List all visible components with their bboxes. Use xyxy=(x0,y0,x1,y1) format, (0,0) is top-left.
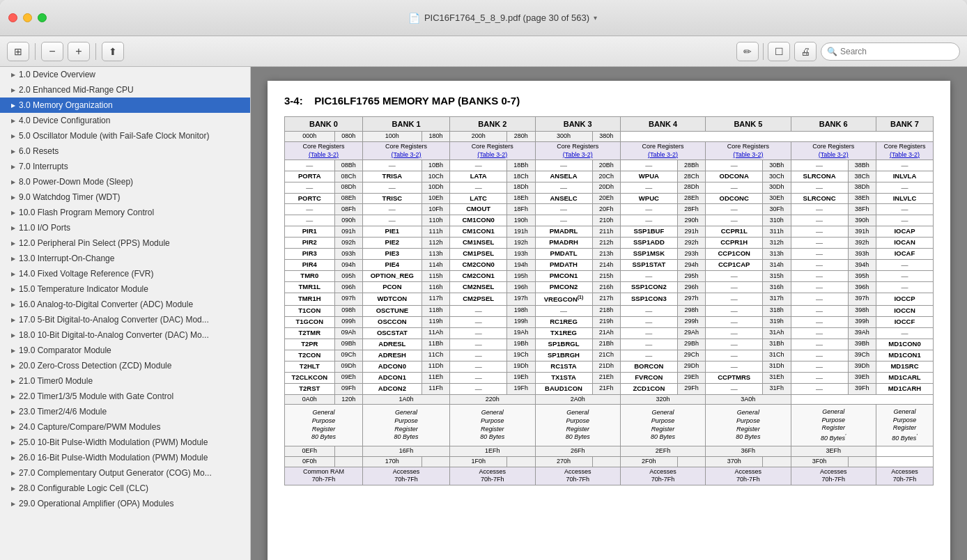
sidebar-item-23[interactable]: ▶ 23.0 Timer2/4/6 Module xyxy=(0,404,250,419)
pdf-page: 3-4: PIC16LF1765 MEMORY MAP (BANKS 0-7) xyxy=(268,81,950,560)
maximize-button[interactable] xyxy=(38,13,47,22)
sidebar-item-label: 12.0 Peripheral Pin Select (PPS) Module xyxy=(19,238,170,248)
table-row: — 08Bh — 10Bh — 18Bh — 20Bh — 28Bh — 30B… xyxy=(285,160,934,171)
sidebar-item-16[interactable]: ▶ 16.0 Analog-to-Digital Converter (ADC)… xyxy=(0,297,250,312)
sidebar-toggle-button[interactable]: ⊞ xyxy=(7,42,29,61)
sidebar-item-24[interactable]: ▶ 24.0 Capture/Compare/PWM Modules xyxy=(0,419,250,435)
sidebar-item-17[interactable]: ▶ 17.0 5-Bit Digital-to-Analog Converter… xyxy=(0,312,250,327)
sidebar-item-27[interactable]: ▶ 27.0 Complementary Output Generator (C… xyxy=(0,465,250,481)
sidebar-item-8[interactable]: ▶ 8.0 Power-Down Mode (Sleep) xyxy=(0,174,250,189)
search-input[interactable] xyxy=(840,47,954,56)
close-button[interactable] xyxy=(8,13,17,22)
sidebar-item-label: 23.0 Timer2/4/6 Module xyxy=(19,407,107,417)
bank3-header: BANK 3 xyxy=(535,117,620,132)
sidebar-item-22[interactable]: ▶ 22.0 Timer1/3/5 Module with Gate Contr… xyxy=(0,389,250,404)
sidebar-item-7[interactable]: ▶ 7.0 Interrupts xyxy=(0,159,250,174)
dropdown-arrow[interactable]: ▾ xyxy=(594,14,597,22)
sidebar-item-19[interactable]: ▶ 19.0 Comparator Module xyxy=(0,343,250,358)
sidebar-item-label: 8.0 Power-Down Mode (Sleep) xyxy=(19,177,133,187)
sidebar-item-3[interactable]: ▶ 3.0 Memory Organization xyxy=(0,98,250,113)
sidebar-item-13[interactable]: ▶ 13.0 Interrupt-On-Change xyxy=(0,251,250,266)
triangle-icon: ▶ xyxy=(11,210,15,216)
sidebar-item-10[interactable]: ▶ 10.0 Flash Program Memory Control xyxy=(0,205,250,220)
bank1-header: BANK 1 xyxy=(362,117,449,132)
sidebar-item-15[interactable]: ▶ 15.0 Temperature Indicator Module xyxy=(0,281,250,297)
triangle-icon: ▶ xyxy=(11,102,15,109)
sidebar-item-label: 24.0 Capture/Compare/PWM Modules xyxy=(19,422,160,432)
addr-cell: 200h xyxy=(450,132,507,142)
sidebar-item-25[interactable]: ▶ 25.0 10-Bit Pulse-Width Modulation (PW… xyxy=(0,435,250,450)
sidebar-icon: ⊞ xyxy=(14,46,22,57)
sidebar-item-label: 11.0 I/O Ports xyxy=(19,223,70,233)
sidebar-item-6[interactable]: ▶ 6.0 Resets xyxy=(0,143,250,159)
core-reg-cell: Core Registers(Table 3-2) xyxy=(450,141,535,160)
table-row: T1GCON 099h OSCCON 119h — 199h RC1REG 21… xyxy=(285,316,934,327)
sidebar-item-label: 16.0 Analog-to-Digital Converter (ADC) M… xyxy=(19,300,193,309)
annotate-button[interactable]: ✏ xyxy=(736,42,759,61)
table-row: Core Registers(Table 3-2) Core Registers… xyxy=(285,141,934,160)
sidebar-item-28[interactable]: ▶ 28.0 Configurable Logic Cell (CLC) xyxy=(0,481,250,496)
bookmark-button[interactable]: ☐ xyxy=(768,42,790,61)
titlebar: 📄 PIC16F1764_5_8_9.pdf (page 30 of 563) … xyxy=(0,0,967,36)
sidebar-item-14[interactable]: ▶ 14.0 Fixed Voltage Reference (FVR) xyxy=(0,266,250,281)
core-reg-cell: Core Registers(Table 3-2) xyxy=(285,141,363,160)
pdf-area[interactable]: 3-4: PIC16LF1765 MEMORY MAP (BANKS 0-7) xyxy=(251,67,967,560)
triangle-icon: ▶ xyxy=(11,455,15,461)
toolbar: ⊞ − + ⬆ ✏ ☐ 🖨 🔍 xyxy=(0,36,967,67)
main-area: ▶ 1.0 Device Overview ▶ 2.0 Enhanced Mid… xyxy=(0,67,967,560)
addr-cell: 380h xyxy=(592,132,620,142)
sidebar-item-label: 15.0 Temperature Indicator Module xyxy=(19,284,148,294)
sidebar-item-21[interactable]: ▶ 21.0 Timer0 Module xyxy=(0,373,250,389)
triangle-icon: ▶ xyxy=(11,164,15,170)
triangle-icon: ▶ xyxy=(11,133,15,139)
print-button[interactable]: 🖨 xyxy=(794,42,817,61)
table-row: PIR3 093h PIE3 113h CM1PSEL 193h PMDATL … xyxy=(285,249,934,260)
zoom-out-button[interactable]: − xyxy=(41,42,63,61)
sidebar-item-9[interactable]: ▶ 9.0 Watchdog Timer (WDT) xyxy=(0,189,250,205)
sidebar-item-5[interactable]: ▶ 5.0 Oscillator Module (with Fail-Safe … xyxy=(0,128,250,143)
access-cell: Accesses70h-7Fh xyxy=(535,467,620,485)
sidebar-item-label: 25.0 10-Bit Pulse-Width Modulation (PWM)… xyxy=(19,437,208,447)
sidebar-item-11[interactable]: ▶ 11.0 I/O Ports xyxy=(0,220,250,235)
sidebar-item-12[interactable]: ▶ 12.0 Peripheral Pin Select (PPS) Modul… xyxy=(0,235,250,251)
sidebar-item-18[interactable]: ▶ 18.0 10-Bit Digital-to-Analog Converte… xyxy=(0,327,250,343)
table-row: — 08Fh — 10Fh CMOUT 18Fh — 20Fh — 28Fh —… xyxy=(285,204,934,215)
table-row: PIR2 092h PIE2 112h CM1NSEL 192h PMADRH … xyxy=(285,238,934,249)
table-row: 0EFh 16Fh 1EFh 26Fh 2EFh 36Fh 3EFh xyxy=(285,446,934,457)
sidebar-item-20[interactable]: ▶ 20.0 Zero-Cross Detection (ZCD) Module xyxy=(0,358,250,373)
zoom-in-button[interactable]: + xyxy=(68,42,90,61)
document-icon: 📄 xyxy=(408,13,420,24)
sidebar-item-label: 26.0 16-Bit Pulse-Width Modulation (PWM)… xyxy=(19,453,208,462)
addr-cell: 180h xyxy=(421,132,449,142)
table-row: GeneralPurposeRegister80 Bytes GeneralPu… xyxy=(285,405,934,446)
sidebar-item-26[interactable]: ▶ 26.0 16-Bit Pulse-Width Modulation (PW… xyxy=(0,450,250,465)
sidebar-item-label: 9.0 Watchdog Timer (WDT) xyxy=(19,192,121,202)
sidebar-item-label: 20.0 Zero-Cross Detection (ZCD) Module xyxy=(19,361,171,371)
triangle-icon: ▶ xyxy=(11,194,15,201)
triangle-icon: ▶ xyxy=(11,424,15,430)
core-reg-cell: Core Registers(Table 3-2) xyxy=(706,141,791,160)
sidebar-item-29[interactable]: ▶ 29.0 Operational Amplifier (OPA) Modul… xyxy=(0,496,250,511)
share-button[interactable]: ⬆ xyxy=(102,42,124,61)
toolbar-right: ✏ ☐ 🖨 🔍 xyxy=(736,42,960,61)
triangle-icon: ▶ xyxy=(11,501,15,507)
sidebar-item-label: 14.0 Fixed Voltage Reference (FVR) xyxy=(19,269,153,279)
sidebar-item-1[interactable]: ▶ 1.0 Device Overview xyxy=(0,67,250,82)
sidebar: ▶ 1.0 Device Overview ▶ 2.0 Enhanced Mid… xyxy=(0,67,251,560)
triangle-icon: ▶ xyxy=(11,118,15,124)
divider3 xyxy=(763,43,764,60)
minimize-button[interactable] xyxy=(23,13,32,22)
sidebar-item-4[interactable]: ▶ 4.0 Device Configuration xyxy=(0,113,250,128)
core-reg-cell: Core Registers(Table 3-2) xyxy=(620,141,705,160)
triangle-icon: ▶ xyxy=(11,394,15,400)
triangle-icon: ▶ xyxy=(11,148,15,155)
table-row: T2TMR 09Ah OSCSTAT 11Ah — 19Ah TX1REG 21… xyxy=(285,327,934,339)
table-row: Common RAM70h-7Fh Accesses70h-7Fh Access… xyxy=(285,467,934,485)
sidebar-item-2[interactable]: ▶ 2.0 Enhanced Mid-Range CPU xyxy=(0,82,250,98)
table-row: T2CLKCON 09Eh ADCON1 11Eh — 19Eh TX1STA … xyxy=(285,372,934,383)
table-row: PORTA 08Ch TRISA 10Ch LATA 18Ch ANSELA 2… xyxy=(285,171,934,182)
sidebar-item-label: 4.0 Device Configuration xyxy=(19,116,110,125)
sidebar-item-label: 28.0 Configurable Logic Cell (CLC) xyxy=(19,483,148,493)
triangle-icon: ▶ xyxy=(11,302,15,308)
search-icon: 🔍 xyxy=(827,47,837,56)
